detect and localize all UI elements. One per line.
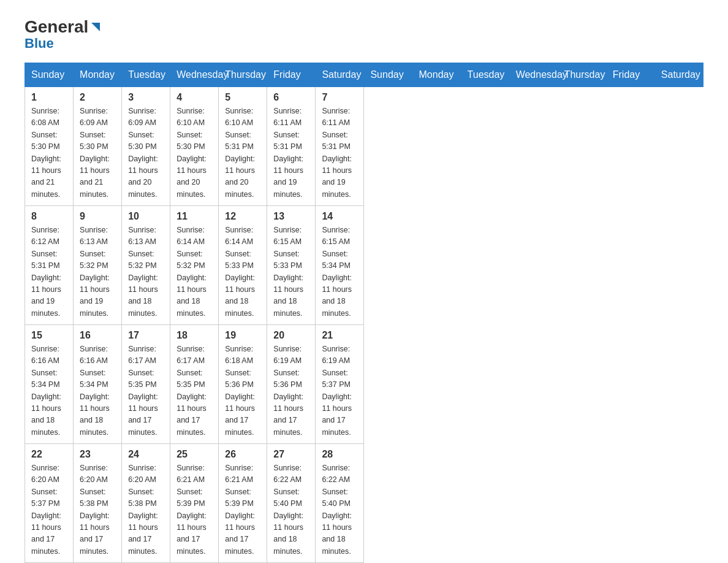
day-info: Sunrise: 6:14 AMSunset: 5:33 PMDaylight:… — [225, 224, 260, 320]
calendar-day-cell: 9 Sunrise: 6:13 AMSunset: 5:32 PMDayligh… — [74, 206, 122, 325]
calendar-day-cell: 28 Sunrise: 6:22 AMSunset: 5:40 PMDaylig… — [316, 444, 364, 563]
day-number: 25 — [176, 449, 212, 460]
calendar-day-cell: 17 Sunrise: 6:17 AMSunset: 5:35 PMDaylig… — [122, 325, 170, 444]
day-number: 10 — [128, 211, 164, 222]
calendar-day-header: Tuesday — [461, 63, 509, 87]
day-info: Sunrise: 6:17 AMSunset: 5:35 PMDaylight:… — [128, 343, 164, 439]
day-info: Sunrise: 6:10 AMSunset: 5:30 PMDaylight:… — [176, 105, 212, 201]
page-header: General Blue — [25, 18, 703, 50]
day-info: Sunrise: 6:21 AMSunset: 5:39 PMDaylight:… — [176, 462, 212, 557]
calendar-day-cell: 12 Sunrise: 6:14 AMSunset: 5:33 PMDaylig… — [219, 206, 267, 325]
day-number: 16 — [80, 330, 115, 341]
day-info: Sunrise: 6:20 AMSunset: 5:37 PMDaylight:… — [31, 462, 67, 557]
calendar-week-row: 22 Sunrise: 6:20 AMSunset: 5:37 PMDaylig… — [25, 444, 703, 563]
calendar-day-cell: 11 Sunrise: 6:14 AMSunset: 5:32 PMDaylig… — [170, 206, 219, 325]
calendar-day-cell: 3 Sunrise: 6:09 AMSunset: 5:30 PMDayligh… — [122, 87, 170, 206]
calendar-week-row: 8 Sunrise: 6:12 AMSunset: 5:31 PMDayligh… — [25, 206, 703, 325]
calendar-day-cell: 21 Sunrise: 6:19 AMSunset: 5:37 PMDaylig… — [316, 325, 364, 444]
day-number: 20 — [273, 330, 309, 341]
day-info: Sunrise: 6:17 AMSunset: 5:35 PMDaylight:… — [176, 343, 212, 439]
day-info: Sunrise: 6:15 AMSunset: 5:33 PMDaylight:… — [273, 224, 309, 320]
calendar-day-header: Saturday — [654, 63, 703, 87]
calendar-day-header: Saturday — [316, 63, 364, 87]
calendar-day-header: Sunday — [25, 63, 74, 87]
calendar-day-cell: 2 Sunrise: 6:09 AMSunset: 5:30 PMDayligh… — [74, 87, 122, 206]
calendar-day-header: Wednesday — [509, 63, 558, 87]
day-info: Sunrise: 6:13 AMSunset: 5:32 PMDaylight:… — [80, 224, 115, 320]
day-info: Sunrise: 6:22 AMSunset: 5:40 PMDaylight:… — [322, 462, 357, 557]
day-info: Sunrise: 6:21 AMSunset: 5:39 PMDaylight:… — [225, 462, 260, 557]
calendar-header-row: SundayMondayTuesdayWednesdayThursdayFrid… — [25, 63, 703, 87]
calendar-day-cell: 7 Sunrise: 6:11 AMSunset: 5:31 PMDayligh… — [316, 87, 364, 206]
day-number: 27 — [273, 449, 309, 460]
day-info: Sunrise: 6:20 AMSunset: 5:38 PMDaylight:… — [80, 462, 115, 557]
day-info: Sunrise: 6:16 AMSunset: 5:34 PMDaylight:… — [80, 343, 115, 439]
day-number: 2 — [80, 92, 115, 103]
calendar-day-cell: 13 Sunrise: 6:15 AMSunset: 5:33 PMDaylig… — [267, 206, 316, 325]
calendar-day-header: Thursday — [219, 63, 267, 87]
day-info: Sunrise: 6:13 AMSunset: 5:32 PMDaylight:… — [128, 224, 164, 320]
calendar-day-cell: 1 Sunrise: 6:08 AMSunset: 5:30 PMDayligh… — [25, 87, 74, 206]
calendar-day-cell: 27 Sunrise: 6:22 AMSunset: 5:40 PMDaylig… — [267, 444, 316, 563]
calendar-day-header: Friday — [606, 63, 654, 87]
day-info: Sunrise: 6:12 AMSunset: 5:31 PMDaylight:… — [31, 224, 67, 320]
calendar-week-row: 15 Sunrise: 6:16 AMSunset: 5:34 PMDaylig… — [25, 325, 703, 444]
day-info: Sunrise: 6:16 AMSunset: 5:34 PMDaylight:… — [31, 343, 67, 439]
day-number: 6 — [273, 92, 309, 103]
calendar-day-header: Monday — [412, 63, 461, 87]
logo-general: General — [25, 18, 88, 36]
calendar-day-cell: 24 Sunrise: 6:20 AMSunset: 5:38 PMDaylig… — [122, 444, 170, 563]
calendar-day-cell: 15 Sunrise: 6:16 AMSunset: 5:34 PMDaylig… — [25, 325, 74, 444]
calendar-day-cell: 23 Sunrise: 6:20 AMSunset: 5:38 PMDaylig… — [74, 444, 122, 563]
calendar-table: SundayMondayTuesdayWednesdayThursdayFrid… — [25, 63, 703, 563]
day-info: Sunrise: 6:10 AMSunset: 5:31 PMDaylight:… — [225, 105, 260, 201]
calendar-day-cell: 22 Sunrise: 6:20 AMSunset: 5:37 PMDaylig… — [25, 444, 74, 563]
calendar-week-row: 1 Sunrise: 6:08 AMSunset: 5:30 PMDayligh… — [25, 87, 703, 206]
day-number: 8 — [31, 211, 67, 222]
calendar-day-cell: 10 Sunrise: 6:13 AMSunset: 5:32 PMDaylig… — [122, 206, 170, 325]
day-number: 11 — [176, 211, 212, 222]
day-number: 23 — [80, 449, 115, 460]
calendar-day-header: Wednesday — [170, 63, 219, 87]
day-number: 7 — [322, 92, 357, 103]
day-number: 15 — [31, 330, 67, 341]
calendar-day-cell: 18 Sunrise: 6:17 AMSunset: 5:35 PMDaylig… — [170, 325, 219, 444]
day-info: Sunrise: 6:11 AMSunset: 5:31 PMDaylight:… — [273, 105, 309, 201]
calendar-day-cell: 4 Sunrise: 6:10 AMSunset: 5:30 PMDayligh… — [170, 87, 219, 206]
calendar-day-cell: 20 Sunrise: 6:19 AMSunset: 5:36 PMDaylig… — [267, 325, 316, 444]
day-number: 3 — [128, 92, 164, 103]
calendar-day-cell: 26 Sunrise: 6:21 AMSunset: 5:39 PMDaylig… — [219, 444, 267, 563]
day-number: 26 — [225, 449, 260, 460]
calendar-day-cell: 6 Sunrise: 6:11 AMSunset: 5:31 PMDayligh… — [267, 87, 316, 206]
calendar-day-cell: 19 Sunrise: 6:18 AMSunset: 5:36 PMDaylig… — [219, 325, 267, 444]
day-number: 19 — [225, 330, 260, 341]
day-info: Sunrise: 6:19 AMSunset: 5:36 PMDaylight:… — [273, 343, 309, 439]
day-number: 1 — [31, 92, 67, 103]
logo: General Blue — [25, 18, 102, 50]
day-number: 14 — [322, 211, 357, 222]
day-info: Sunrise: 6:08 AMSunset: 5:30 PMDaylight:… — [31, 105, 67, 201]
day-info: Sunrise: 6:19 AMSunset: 5:37 PMDaylight:… — [322, 343, 357, 439]
day-number: 4 — [176, 92, 212, 103]
day-number: 13 — [273, 211, 309, 222]
day-number: 24 — [128, 449, 164, 460]
day-number: 28 — [322, 449, 357, 460]
calendar-day-header: Tuesday — [122, 63, 170, 87]
calendar-day-cell: 16 Sunrise: 6:16 AMSunset: 5:34 PMDaylig… — [74, 325, 122, 444]
day-number: 22 — [31, 449, 67, 460]
day-info: Sunrise: 6:14 AMSunset: 5:32 PMDaylight:… — [176, 224, 212, 320]
day-info: Sunrise: 6:22 AMSunset: 5:40 PMDaylight:… — [273, 462, 309, 557]
calendar-day-header: Thursday — [558, 63, 606, 87]
calendar-day-header: Monday — [74, 63, 122, 87]
logo-triangle-icon — [89, 20, 102, 34]
day-number: 21 — [322, 330, 357, 341]
day-number: 18 — [176, 330, 212, 341]
day-number: 9 — [80, 211, 115, 222]
day-info: Sunrise: 6:09 AMSunset: 5:30 PMDaylight:… — [128, 105, 164, 201]
day-info: Sunrise: 6:09 AMSunset: 5:30 PMDaylight:… — [80, 105, 115, 201]
day-info: Sunrise: 6:11 AMSunset: 5:31 PMDaylight:… — [322, 105, 357, 201]
calendar-day-cell: 25 Sunrise: 6:21 AMSunset: 5:39 PMDaylig… — [170, 444, 219, 563]
calendar-day-header: Sunday — [364, 63, 412, 87]
calendar-day-header: Friday — [267, 63, 316, 87]
calendar-day-cell: 8 Sunrise: 6:12 AMSunset: 5:31 PMDayligh… — [25, 206, 74, 325]
